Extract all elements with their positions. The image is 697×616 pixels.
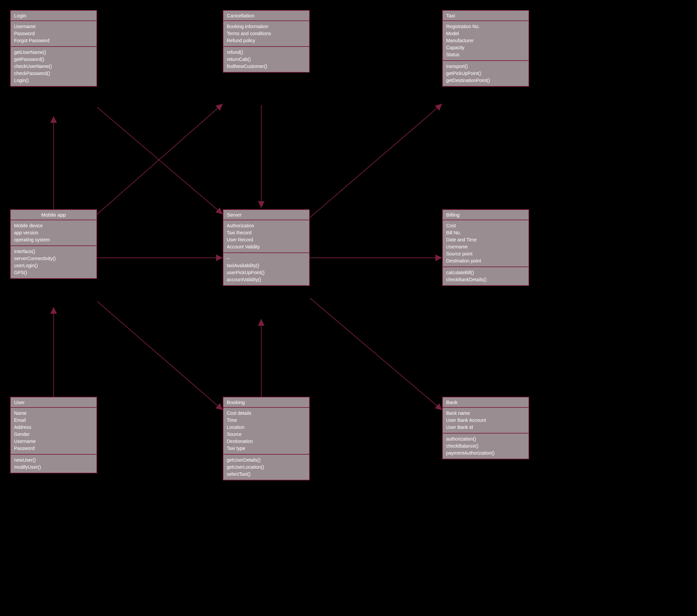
- method: serverConnectivity(): [14, 255, 93, 262]
- method: calculateBill(): [446, 269, 525, 276]
- attr: Mobile device: [14, 222, 93, 229]
- class-attributes: Registration No. Model Manufacturer Capa…: [443, 21, 529, 61]
- method: findNewCustomer(): [227, 63, 306, 70]
- method: returnCab(): [227, 56, 306, 63]
- attr: Cost details: [227, 410, 306, 417]
- class-booking: Booking Cost details Time Location Sourc…: [223, 397, 310, 480]
- class-attributes: Cost details Time Location Source Destio…: [223, 408, 309, 455]
- attr: Username: [14, 23, 93, 30]
- class-title: Taxi: [443, 11, 529, 21]
- method: authorization(): [446, 436, 525, 442]
- attr: Account Validity: [227, 243, 306, 251]
- attr: Location: [227, 424, 306, 431]
- attr: Name: [14, 410, 93, 417]
- class-methods: getUserName() getPassword() checkUserNam…: [11, 47, 97, 86]
- attr: Password: [14, 30, 93, 37]
- attr: Username: [14, 438, 93, 445]
- attr: Registration No.: [446, 23, 525, 30]
- class-attributes: Booking information Terms and conditions…: [223, 21, 309, 47]
- method: accountValidity(): [227, 276, 306, 283]
- class-attributes: Cost Bill No. Date and Time Username Sou…: [443, 220, 529, 267]
- method: getDestinationPoint(): [446, 77, 525, 84]
- attr: User Record: [227, 236, 306, 243]
- method: getUserLocation(): [227, 464, 306, 471]
- attr: operating system: [14, 236, 93, 243]
- method: taxiAvailability(): [227, 262, 306, 269]
- attr: Username: [446, 243, 525, 251]
- class-title: Mobile app: [11, 210, 97, 220]
- attr: Model: [446, 30, 525, 37]
- svg-line-5: [310, 104, 442, 217]
- method: checkBankDetails(): [446, 276, 525, 283]
- method: paymentAuthorization(): [446, 450, 525, 457]
- class-server: Server Authorization Taxi Record User Re…: [223, 209, 310, 286]
- class-title: Login: [11, 11, 97, 21]
- method: userLogin(): [14, 262, 93, 269]
- attr: Email: [14, 417, 93, 424]
- method: checkUserName(): [14, 63, 93, 70]
- method: refund(): [227, 49, 306, 56]
- method: transport(): [446, 63, 525, 70]
- method: newUser(): [14, 457, 93, 464]
- method: --: [227, 255, 306, 262]
- attr: Taxi Record: [227, 229, 306, 236]
- attr: Source point: [446, 251, 525, 257]
- attr: Manufacturer: [446, 37, 525, 44]
- attr: Cost: [446, 222, 525, 229]
- class-attributes: Username Password Forgot Password: [11, 21, 97, 47]
- attr: Destionation: [227, 438, 306, 445]
- svg-line-1: [97, 104, 223, 214]
- method: interface(): [14, 248, 93, 255]
- method: getUserName(): [14, 49, 93, 56]
- class-user: User Name Email Address Gender Username …: [10, 397, 97, 474]
- method: checkBalance(): [446, 442, 525, 450]
- attr: Booking information: [227, 23, 306, 30]
- attr: Gender: [14, 431, 93, 438]
- class-attributes: Bank name User Bank Account User Bank id: [443, 408, 529, 434]
- method: Login(): [14, 77, 93, 84]
- method: userPickUpPoint(): [227, 269, 306, 276]
- attr: Capacity: [446, 44, 525, 51]
- class-title: Cancellation: [223, 11, 309, 21]
- class-methods: newUser() modifyUser(): [11, 455, 97, 473]
- attr: Date and Time: [446, 236, 525, 243]
- class-title: Bank: [443, 397, 529, 408]
- attr: Bank name: [446, 410, 525, 417]
- method: getPassword(): [14, 56, 93, 63]
- svg-line-9: [97, 301, 223, 410]
- attr: Forgot Password: [14, 37, 93, 44]
- svg-line-7: [310, 298, 442, 410]
- class-methods: calculateBill() checkBankDetails(): [443, 267, 529, 285]
- attr: Time: [227, 417, 306, 424]
- class-methods: refund() returnCab() findNewCustomer(): [223, 47, 309, 72]
- attr: app version: [14, 229, 93, 236]
- attr: Terms and conditions: [227, 30, 306, 37]
- connectors-layer: [0, 0, 697, 616]
- method: getUserDetails(): [227, 457, 306, 464]
- class-bank: Bank Bank name User Bank Account User Ba…: [442, 397, 529, 459]
- class-title: Billing: [443, 210, 529, 220]
- class-title: Booking: [223, 397, 309, 408]
- method: checkPassword(): [14, 70, 93, 77]
- method: getPickUpPoint(): [446, 70, 525, 77]
- class-methods: getUserDetails() getUserLocation() selec…: [223, 455, 309, 480]
- method: modifyUser(): [14, 464, 93, 471]
- attr: Authorization: [227, 222, 306, 229]
- attr: Password: [14, 445, 93, 452]
- class-methods: transport() getPickUpPoint() getDestinat…: [443, 61, 529, 86]
- attr: Refund policy: [227, 37, 306, 44]
- class-taxi: Taxi Registration No. Model Manufacturer…: [442, 10, 529, 87]
- svg-line-3: [97, 107, 223, 214]
- class-cancellation: Cancellation Booking information Terms a…: [223, 10, 310, 73]
- attr: Status: [446, 51, 525, 58]
- attr: Taxi type: [227, 445, 306, 452]
- class-methods: authorization() checkBalance() paymentAu…: [443, 434, 529, 459]
- class-billing: Billing Cost Bill No. Date and Time User…: [442, 209, 529, 286]
- class-methods: -- taxiAvailability() userPickUpPoint() …: [223, 253, 309, 285]
- class-attributes: Authorization Taxi Record User Record Ac…: [223, 220, 309, 253]
- class-login: Login Username Password Forgot Password …: [10, 10, 97, 87]
- attr: Bill No.: [446, 229, 525, 236]
- class-title: User: [11, 397, 97, 408]
- class-attributes: Name Email Address Gender Username Passw…: [11, 408, 97, 455]
- attr: Address: [14, 424, 93, 431]
